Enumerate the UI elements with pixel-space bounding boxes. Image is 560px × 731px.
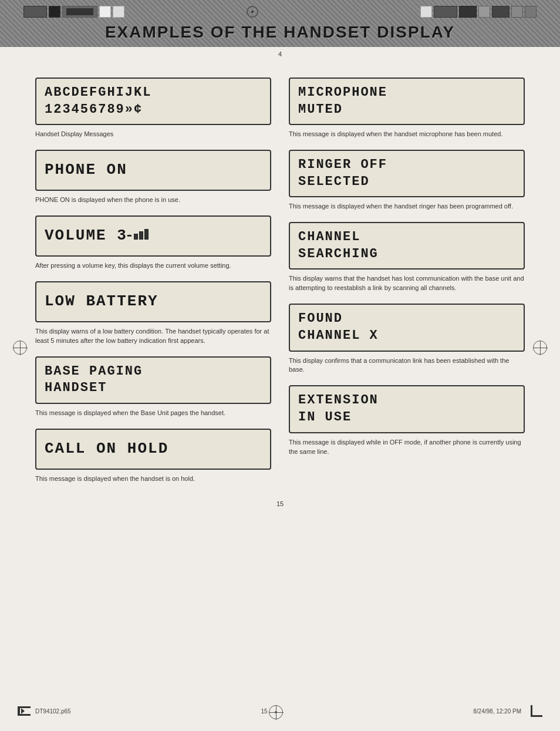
- display-abcdefghijkl: ABCDEFGHIJKL 123456789»¢: [35, 78, 271, 125]
- display-text: VOLUME 3▬: [45, 226, 262, 246]
- display-text: CALL ON HOLD: [45, 439, 262, 459]
- page: EXAMPLES OF THE HANDSET DISPLAY 4 ABCDEF…: [0, 0, 560, 731]
- display-line1: BASE PAGING: [45, 363, 262, 380]
- caption-low-battery: This display warns of a low battery cond…: [35, 327, 271, 346]
- page-title: EXAMPLES OF THE HANDSET DISPLAY: [105, 23, 455, 42]
- header-banner: EXAMPLES OF THE HANDSET DISPLAY: [0, 0, 560, 47]
- display-line1: ABCDEFGHIJKL: [45, 85, 262, 102]
- top-page-number: 4: [0, 47, 560, 60]
- caption-ringer-off: This message is displayed when the hands…: [289, 202, 525, 211]
- footer-center-crosshair: [269, 705, 283, 719]
- display-line2: SELECTED: [298, 174, 515, 191]
- display-volume: VOLUME 3▬: [35, 215, 271, 257]
- display-line2: MUTED: [298, 102, 515, 119]
- display-line2: HANDSET: [45, 380, 262, 397]
- display-text: LOW BATTERY: [45, 292, 262, 312]
- caption-base-paging: This message is displayed when the Base …: [35, 409, 271, 418]
- caption-phone-on: PHONE ON is displayed when the phone is …: [35, 196, 271, 205]
- caption-extension-in-use: This message is displayed while in OFF m…: [289, 438, 525, 457]
- display-low-battery: LOW BATTERY: [35, 281, 271, 322]
- display-extension-in-use: EXTENSION IN USE: [289, 385, 525, 433]
- footer-left: DT94102.p65: [18, 706, 71, 716]
- left-column: ABCDEFGHIJKL 123456789»¢ Handset Display…: [35, 78, 271, 494]
- display-base-paging: BASE PAGING HANDSET: [35, 356, 271, 404]
- display-found-channel: FOUND CHANNEL X: [289, 304, 525, 351]
- display-channel-searching: CHANNEL SEARCHING: [289, 222, 525, 270]
- footer-page-label: 15: [261, 708, 267, 715]
- display-line2: IN USE: [298, 409, 515, 426]
- display-line1: EXTENSION: [298, 392, 515, 409]
- display-text: PHONE ON: [45, 160, 262, 180]
- display-line2: SEARCHING: [298, 246, 515, 263]
- display-ringer-off: RINGER OFF SELECTED: [289, 150, 525, 197]
- display-line1: MICROPHONE: [298, 85, 515, 102]
- caption-microphone-muted: This message is displayed when the hands…: [289, 130, 525, 139]
- page-number: 15: [35, 500, 525, 507]
- display-line1: RINGER OFF: [298, 157, 515, 174]
- footer-right-area: 8/24/98, 12:20 PM: [473, 705, 542, 717]
- footer: DT94102.p65 15 8/24/98, 12:20 PM: [0, 703, 560, 719]
- display-call-on-hold: CALL ON HOLD: [35, 429, 271, 470]
- display-phone-on: PHONE ON: [35, 150, 271, 191]
- caption-volume: After pressing a volume key, this displa…: [35, 261, 271, 271]
- footer-icon-left: [18, 706, 31, 716]
- footer-doc-id: DT94102.p65: [35, 708, 71, 715]
- display-microphone-muted: MICROPHONE MUTED: [289, 78, 525, 125]
- display-line2: 123456789»¢: [45, 102, 262, 119]
- caption-call-on-hold: This message is displayed when the hands…: [35, 474, 271, 484]
- caption-channel-searching: This display warns that the handset has …: [289, 274, 525, 293]
- main-content: ABCDEFGHIJKL 123456789»¢ Handset Display…: [0, 60, 560, 560]
- two-column-layout: ABCDEFGHIJKL 123456789»¢ Handset Display…: [35, 78, 525, 494]
- footer-center: 15: [261, 703, 283, 719]
- caption-handset-display-messages: Handset Display Messages: [35, 130, 271, 139]
- display-line1: CHANNEL: [298, 229, 515, 246]
- display-line2: CHANNEL X: [298, 328, 515, 345]
- footer-icon-right: [531, 705, 542, 717]
- footer-timestamp: 8/24/98, 12:20 PM: [473, 708, 521, 715]
- display-line1: FOUND: [298, 311, 515, 328]
- right-column: MICROPHONE MUTED This message is display…: [289, 78, 525, 494]
- caption-found-channel: This display confirms that a communicato…: [289, 356, 525, 375]
